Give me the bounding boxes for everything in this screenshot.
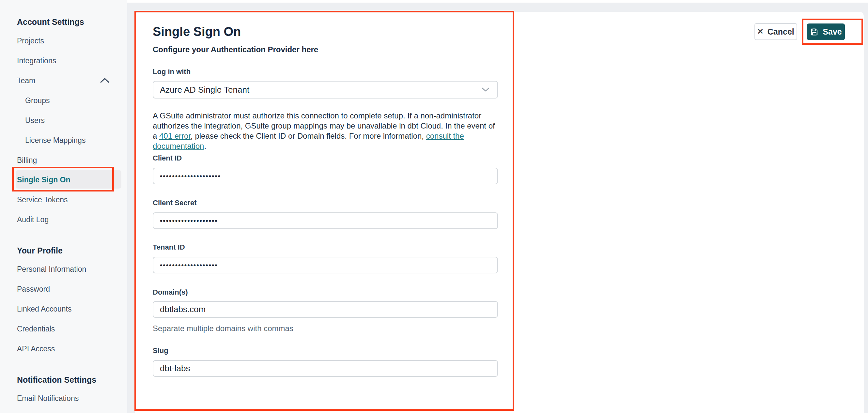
sidebar-item-api-access[interactable]: API Access — [17, 344, 55, 354]
sidebar-section-notification-settings: Notification Settings — [17, 375, 96, 385]
close-icon: × — [757, 26, 763, 36]
sidebar-item-personal-information[interactable]: Personal Information — [17, 264, 86, 274]
save-disk-icon — [810, 28, 818, 36]
sidebar-item-credentials[interactable]: Credentials — [17, 324, 55, 334]
info-text-3: . — [204, 141, 206, 150]
login-with-select[interactable]: Azure AD Single Tenant — [153, 81, 498, 98]
cancel-button[interactable]: × Cancel — [754, 23, 797, 40]
tenant-id-label: Tenant ID — [153, 243, 185, 252]
page-subtitle: Configure your Authentication Provider h… — [153, 45, 318, 54]
save-button-label: Save — [823, 27, 842, 36]
login-with-value: Azure AD Single Tenant — [160, 85, 249, 95]
sidebar-item-projects[interactable]: Projects — [17, 36, 44, 46]
client-id-input[interactable] — [153, 168, 498, 184]
gsuite-info-text: A GSuite administrator must authorize th… — [153, 110, 499, 151]
sidebar-item-license-mappings[interactable]: License Mappings — [25, 135, 86, 145]
domains-input[interactable] — [153, 301, 498, 318]
sidebar-item-users[interactable]: Users — [25, 116, 45, 125]
slug-label: Slug — [153, 346, 168, 355]
401-error-link[interactable]: 401 error — [159, 131, 191, 140]
client-secret-input[interactable] — [153, 212, 498, 229]
sidebar-item-billing[interactable]: Billing — [17, 155, 37, 165]
domains-label: Domain(s) — [153, 288, 188, 296]
page-title: Single Sign On — [153, 25, 241, 39]
sidebar-item-email-notifications[interactable]: Email Notifications — [17, 393, 79, 403]
save-button[interactable]: Save — [807, 24, 845, 40]
sidebar-item-password[interactable]: Password — [17, 284, 50, 294]
client-id-label: Client ID — [153, 154, 182, 162]
sidebar-item-team[interactable]: Team — [17, 76, 35, 86]
sidebar-item-audit-log[interactable]: Audit Log — [17, 215, 49, 224]
sidebar-item-service-tokens[interactable]: Service Tokens — [17, 195, 68, 204]
domains-helper-text: Separate multiple domains with commas — [153, 324, 293, 333]
slug-input[interactable] — [153, 360, 498, 377]
chevron-down-icon — [482, 88, 490, 92]
cancel-button-label: Cancel — [768, 27, 794, 36]
sidebar-item-single-sign-on[interactable]: Single Sign On — [17, 175, 70, 185]
info-text-2: , please check the Client ID or Domain f… — [191, 131, 426, 140]
settings-sidebar: Account Settings Projects Integrations T… — [0, 0, 127, 413]
chevron-up-icon[interactable] — [100, 77, 110, 85]
tenant-id-input[interactable] — [153, 257, 498, 274]
sidebar-item-integrations[interactable]: Integrations — [17, 56, 56, 66]
sidebar-section-account-settings: Account Settings — [17, 17, 84, 27]
login-with-label: Log in with — [153, 67, 191, 76]
client-secret-label: Client Secret — [153, 199, 197, 207]
top-strip — [127, 0, 868, 3]
sidebar-item-linked-accounts[interactable]: Linked Accounts — [17, 304, 72, 314]
sidebar-item-groups[interactable]: Groups — [25, 96, 50, 105]
sidebar-section-your-profile: Your Profile — [17, 246, 63, 255]
